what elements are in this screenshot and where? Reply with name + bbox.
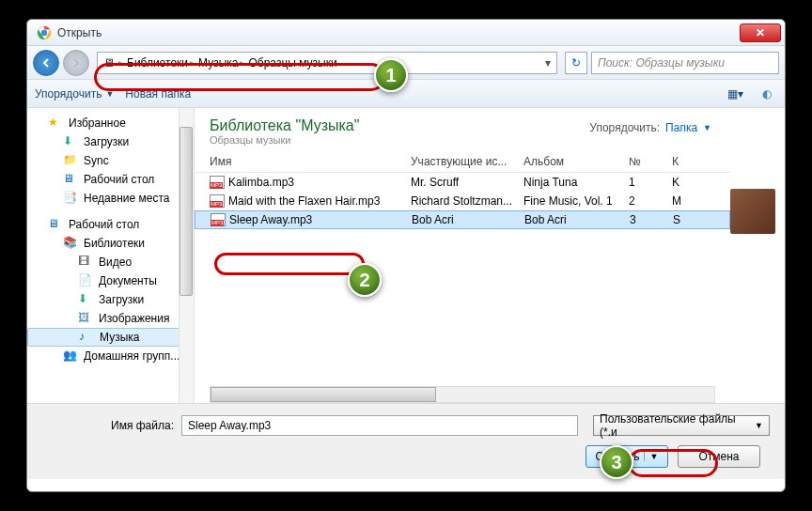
desktop-icon: 🖥 (48, 217, 63, 232)
mp3-icon (211, 213, 226, 226)
arrange-by[interactable]: Упорядочить: Папка ▼ (589, 121, 711, 134)
address-dropdown-icon[interactable]: ▾ (545, 56, 551, 70)
sidebar-downloads2[interactable]: ⬇Загрузки (27, 290, 194, 309)
document-icon: 📄 (78, 273, 93, 288)
new-folder-button[interactable]: Новая папка (125, 87, 191, 101)
horizontal-scrollbar[interactable] (210, 386, 715, 403)
sync-icon: 📁 (63, 153, 78, 168)
file-row-selected[interactable]: Sleep Away.mp3 Bob Acri Bob Acri 3 S (195, 210, 730, 229)
sidebar-images[interactable]: 🖼Изображения (27, 309, 194, 328)
svg-point-1 (41, 29, 47, 35)
col-album: Альбом (523, 155, 629, 168)
computer-icon: 🖥 (103, 56, 115, 70)
sidebar-scrollbar[interactable] (179, 108, 194, 403)
download-icon: ⬇ (63, 134, 78, 149)
address-bar[interactable]: 🖥▸ Библиотеки▸ Музыка▸ Образцы музыки ▾ (97, 52, 557, 74)
refresh-button[interactable]: ↻ (565, 52, 587, 74)
sidebar-desktop2[interactable]: 🖥Рабочий стол (27, 215, 194, 234)
window-title: Открыть (57, 26, 740, 39)
column-headers[interactable]: Имя Участвующие ис... Альбом № К (195, 151, 730, 173)
sidebar-documents[interactable]: 📄Документы (27, 271, 194, 290)
sidebar-recent[interactable]: 📑Недавние места (27, 189, 194, 208)
search-input[interactable]: Поиск: Образцы музыки (591, 52, 779, 74)
download-icon: ⬇ (78, 292, 93, 307)
nav-forward-button[interactable] (63, 50, 89, 76)
recent-icon: 📑 (63, 191, 78, 206)
organize-button[interactable]: Упорядочить ▼ (35, 87, 114, 101)
filename-label: Имя файла: (42, 419, 174, 432)
chevron-icon: ▸ (118, 57, 123, 68)
file-list-pane: Библиотека "Музыка" Образцы музыки Упоря… (195, 108, 730, 403)
star-icon: ★ (48, 116, 63, 131)
col-name: Имя (210, 155, 411, 168)
library-subtitle: Образцы музыки (210, 134, 715, 146)
mp3-icon (210, 176, 225, 189)
filetype-dropdown[interactable]: Пользовательские файлы (*.и▼ (593, 415, 770, 436)
col-artist: Участвующие ис... (411, 155, 523, 168)
video-icon: 🎞 (78, 255, 93, 270)
close-button[interactable]: ✕ (740, 23, 781, 42)
toolbar: Упорядочить ▼ Новая папка ▦▾ ◐ (27, 80, 785, 108)
sidebar-libraries[interactable]: 📚Библиотеки (27, 234, 194, 253)
col-next: К (672, 155, 679, 168)
sidebar-homegroup[interactable]: 👥Домашняя групп... (27, 347, 194, 365)
desktop-icon: 🖥 (63, 172, 78, 187)
file-row[interactable]: Kalimba.mp3 Mr. Scruff Ninja Tuna 1 K (195, 173, 730, 192)
badge-1: 1 (374, 58, 408, 92)
library-icon: 📚 (63, 236, 78, 251)
breadcrumb-item[interactable]: Библиотеки▸ (127, 56, 195, 70)
preview-pane (730, 108, 785, 403)
cancel-button[interactable]: Отмена (678, 445, 760, 468)
sidebar-sync[interactable]: 📁Sync (27, 151, 194, 170)
content-area: ★Избранное ⬇Загрузки 📁Sync 🖥Рабочий стол… (27, 108, 785, 403)
file-row[interactable]: Maid with the Flaxen Hair.mp3 Richard St… (195, 192, 730, 210)
homegroup-icon: 👥 (63, 348, 78, 364)
sidebar-desktop[interactable]: 🖥Рабочий стол (27, 170, 194, 189)
titlebar[interactable]: Открыть ✕ (27, 20, 785, 46)
view-options-button[interactable]: ▦▾ (725, 84, 745, 104)
filename-input[interactable] (181, 415, 578, 436)
bottom-panel: Имя файла: Пользовательские файлы (*.и▼ … (27, 403, 785, 479)
sidebar-video[interactable]: 🎞Видео (27, 253, 194, 271)
badge-3: 3 (600, 445, 633, 479)
sidebar: ★Избранное ⬇Загрузки 📁Sync 🖥Рабочий стол… (27, 108, 195, 403)
sidebar-favorites[interactable]: ★Избранное (27, 114, 194, 132)
chevron-down-icon: ▼ (703, 123, 711, 132)
image-icon: 🖼 (78, 311, 93, 326)
music-icon: ♪ (79, 330, 94, 345)
breadcrumb-item[interactable]: Музыка▸ (198, 56, 244, 70)
badge-2: 2 (348, 263, 382, 297)
album-art-thumbnail (730, 189, 775, 234)
sidebar-downloads[interactable]: ⬇Загрузки (27, 132, 194, 151)
breadcrumb-item[interactable]: Образцы музыки (248, 56, 336, 70)
help-button[interactable]: ◐ (757, 84, 777, 104)
sidebar-music[interactable]: ♪Музыка (27, 328, 194, 347)
file-list: Kalimba.mp3 Mr. Scruff Ninja Tuna 1 K Ma… (195, 173, 730, 229)
mp3-icon (210, 194, 225, 208)
open-file-dialog: Открыть ✕ 🖥▸ Библиотеки▸ Музыка▸ Образцы… (26, 19, 786, 492)
chrome-icon (37, 25, 52, 40)
nav-back-button[interactable] (33, 50, 59, 76)
col-number: № (629, 155, 672, 168)
